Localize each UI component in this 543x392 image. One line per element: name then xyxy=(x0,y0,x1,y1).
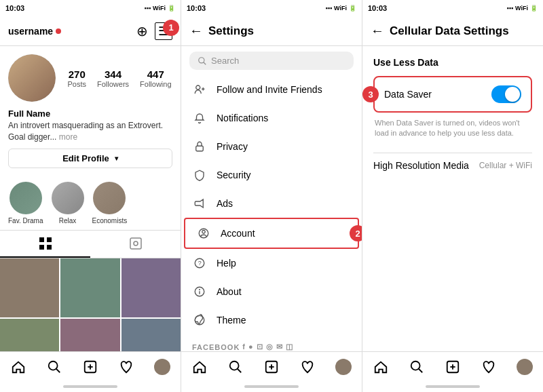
signal-icon-2: ▪▪▪ xyxy=(326,5,333,12)
add-icon-2 xyxy=(264,359,279,374)
svg-rect-1 xyxy=(47,237,52,242)
profile-avatar-small-2 xyxy=(335,359,352,375)
privacy-label: Privacy xyxy=(217,141,248,152)
tag-view-tab[interactable] xyxy=(90,231,181,258)
facebook-social-icons: f ● ⊡ ◎ ✉ ◫ xyxy=(242,342,293,351)
gesture-bar xyxy=(0,381,181,392)
photo-cell[interactable] xyxy=(60,258,119,317)
cellular-content: Use Less Data 3 Data Saver When Data Sav… xyxy=(362,46,543,351)
svg-point-25 xyxy=(230,361,239,370)
chevron-down-icon: ▾ xyxy=(115,155,118,162)
data-saver-toggle[interactable] xyxy=(491,85,521,103)
facebook-section: FACEBOOK f ● ⊡ ◎ ✉ ◫ xyxy=(181,334,362,351)
search-input-wrap[interactable]: Search xyxy=(189,52,354,70)
story-item-economists[interactable]: Economists xyxy=(92,182,128,224)
toggle-knob xyxy=(505,87,520,102)
svg-line-26 xyxy=(238,368,242,372)
bio-more-link[interactable]: more xyxy=(59,132,77,142)
posts-count: 270 xyxy=(67,68,86,80)
heart-nav-item[interactable] xyxy=(109,352,145,381)
profile-row: 270 Posts 344 Followers 447 Following xyxy=(8,54,172,102)
photo-cell[interactable] xyxy=(121,258,181,317)
settings-item-about[interactable]: About xyxy=(181,277,362,306)
settings-item-account[interactable]: Account 2 xyxy=(184,218,359,249)
add-nav-item-2[interactable] xyxy=(253,352,289,381)
data-saver-row[interactable]: Data Saver xyxy=(373,76,532,113)
status-bar-3: 10:03 ▪▪▪ WiFi 🔋 xyxy=(362,0,543,16)
home-nav-item[interactable] xyxy=(0,352,36,381)
profile-section: 270 Posts 344 Followers 447 Following Fu… xyxy=(0,46,181,176)
search-icon-small xyxy=(198,56,207,66)
profile-username: username xyxy=(8,26,53,37)
edit-profile-button[interactable]: Edit Profile ▾ xyxy=(8,149,172,168)
high-res-row[interactable]: High Resolution Media Cellular + WiFi xyxy=(373,153,532,178)
palette-icon xyxy=(192,314,207,326)
heart-nav-item-3[interactable] xyxy=(471,352,507,381)
story-label: Fav. Drama xyxy=(8,217,43,224)
story-item-relax[interactable]: Relax xyxy=(52,182,84,224)
stories-row: Fav. Drama Relax Economists xyxy=(0,176,181,231)
profile-nav-item-3[interactable] xyxy=(507,352,543,381)
megaphone-icon xyxy=(192,197,207,210)
gesture-indicator-2 xyxy=(244,385,299,388)
status-time-3: 10:03 xyxy=(368,4,387,12)
add-nav-item-3[interactable] xyxy=(434,352,470,381)
heart-nav-item-2[interactable] xyxy=(290,352,326,381)
home-icon xyxy=(11,359,26,374)
notifications-label: Notifications xyxy=(217,113,268,123)
search-bar: Search xyxy=(181,46,362,75)
gesture-bar-2 xyxy=(181,381,362,392)
followers-stat[interactable]: 344 Followers xyxy=(97,68,129,88)
followers-label: Followers xyxy=(97,80,129,88)
follow-label: Follow and Invite Friends xyxy=(217,84,322,95)
facebook-title: FACEBOOK f ● ⊡ ◎ ✉ ◫ xyxy=(192,342,351,351)
settings-title: Settings xyxy=(208,24,254,38)
status-icons: ▪▪▪ WiFi 🔋 xyxy=(145,5,176,12)
status-icons-3: ▪▪▪ WiFi 🔋 xyxy=(507,5,538,12)
search-icon-3 xyxy=(409,359,424,374)
photo-cell[interactable] xyxy=(60,319,119,351)
following-stat[interactable]: 447 Following xyxy=(140,68,171,88)
settings-item-theme[interactable]: Theme xyxy=(181,306,362,334)
theme-label: Theme xyxy=(217,315,246,326)
person-circle-icon xyxy=(196,227,211,239)
svg-rect-2 xyxy=(39,245,44,250)
status-bar-2: 10:03 ▪▪▪ WiFi 🔋 xyxy=(181,0,362,16)
profile-avatar-small xyxy=(154,359,170,375)
back-button-cellular[interactable]: ← xyxy=(371,23,384,39)
search-nav-item-2[interactable] xyxy=(217,352,253,381)
shield-icon xyxy=(192,169,207,181)
profile-nav-item[interactable] xyxy=(145,352,181,381)
home-nav-item-3[interactable] xyxy=(362,352,398,381)
photo-cell[interactable] xyxy=(0,319,59,351)
svg-point-11 xyxy=(199,57,204,62)
gesture-bar-3 xyxy=(362,381,543,392)
settings-header: ← Settings xyxy=(181,16,362,46)
photo-cell[interactable] xyxy=(0,258,59,317)
gesture-indicator xyxy=(63,385,117,388)
settings-item-security[interactable]: Security xyxy=(181,161,362,189)
story-label: Relax xyxy=(59,217,77,224)
story-item-drama[interactable]: Fav. Drama xyxy=(8,182,43,224)
following-count: 447 xyxy=(140,68,171,80)
wifi-icon-3: WiFi xyxy=(515,5,528,12)
profile-nav-item-2[interactable] xyxy=(326,352,362,381)
settings-item-help[interactable]: ? Help xyxy=(181,249,362,277)
svg-point-6 xyxy=(49,361,58,370)
settings-item-privacy[interactable]: Privacy xyxy=(181,132,362,161)
settings-item-notifications[interactable]: Notifications xyxy=(181,104,362,132)
svg-rect-3 xyxy=(47,245,52,250)
grid-view-tab[interactable] xyxy=(0,231,90,258)
home-nav-item-2[interactable] xyxy=(181,352,217,381)
menu-badge: 1 xyxy=(163,20,179,36)
search-nav-item-3[interactable] xyxy=(398,352,434,381)
settings-item-ads[interactable]: Ads xyxy=(181,189,362,218)
photo-cell[interactable] xyxy=(121,319,181,351)
signal-icon-3: ▪▪▪ xyxy=(507,5,514,12)
search-nav-item[interactable] xyxy=(36,352,72,381)
add-nav-item[interactable] xyxy=(72,352,108,381)
add-post-icon[interactable]: ⊕ xyxy=(136,23,148,39)
hamburger-menu[interactable]: ☰ 1 xyxy=(155,24,172,39)
back-button[interactable]: ← xyxy=(189,23,203,39)
settings-item-follow[interactable]: Follow and Invite Friends xyxy=(181,75,362,104)
